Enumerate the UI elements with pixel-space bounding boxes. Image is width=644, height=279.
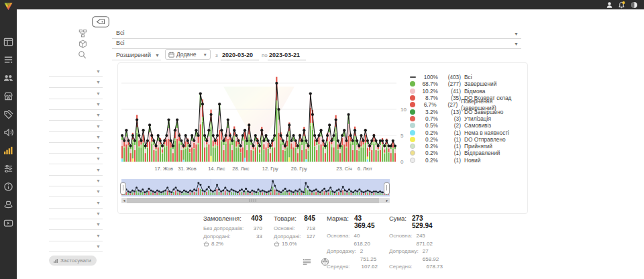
filter-row-11[interactable]: ▼ [49,176,103,186]
filter-row-3[interactable]: ▼ [49,89,103,99]
legend-item[interactable]: 10.2%(41)Відмова [410,88,524,95]
legend-item[interactable]: 0.2%(1)Відправлений [410,150,524,156]
date-from-label: з [215,52,218,58]
settings-sliders-icon[interactable] [3,164,13,174]
status-filter-value[interactable]: Всі [116,30,125,36]
legend-item[interactable]: 100%(403)Всі [410,74,524,80]
legend-percent: 0.2% [418,143,438,150]
filter-row-9[interactable]: ▼ [49,154,103,164]
filter-row-13[interactable]: ▼ [49,199,103,209]
legend-item[interactable]: 0.2%(1)Прийнятий [410,143,524,150]
info-icon[interactable] [3,182,13,192]
search-icon[interactable] [78,50,87,59]
legend-item[interactable]: 0.2%(1)DO Отправлено [410,136,524,143]
svg-text:12. Гру: 12. Гру [262,166,278,172]
filter-row-6[interactable]: ▼ [49,122,103,132]
chart-scrollbar[interactable]: ◂ ▸ [121,198,390,203]
chevron-down-icon: ▼ [96,168,101,172]
legend-percent: 0.2% [418,129,438,136]
brush-handle-right[interactable] [384,182,390,194]
list-details-icon[interactable] [303,258,311,266]
date-from-input[interactable]: 2020-03-20 [222,52,253,58]
sales-funnel-tag-icon[interactable] [92,16,109,27]
legend-percent: 0.7% [418,115,438,122]
date-to-input[interactable]: 2023-03-21 [269,52,300,58]
app-logo[interactable] [3,1,13,11]
filter-row-4[interactable]: ▼ [49,100,103,110]
legend-marker [410,81,415,87]
stat-sub-value: 678.73 [427,263,443,271]
legend-item[interactable]: 0.2%(1)Новий [410,157,524,164]
legend-count: (2) [441,122,461,129]
marketing-megaphone-icon[interactable] [3,127,13,137]
chevron-down-icon[interactable]: ▼ [514,32,519,36]
scroll-left-icon[interactable]: ◂ [121,198,127,203]
chevron-down-icon[interactable]: ▼ [514,42,519,46]
scrollbar-thumb[interactable] [127,198,379,203]
legend-percent: 0.5% [418,122,438,129]
scroll-right-icon[interactable]: ▸ [384,198,390,203]
legend-marker [410,76,416,78]
stat-title: Сума: [389,215,407,229]
customers-icon[interactable] [3,73,13,83]
chart-overview-brush[interactable] [121,179,390,200]
product-filter-value[interactable]: Всі [116,40,125,46]
filter-row-15[interactable]: ▼ [49,220,103,230]
filter-row-16[interactable]: ▼ [49,231,103,241]
brush-handle-left[interactable] [120,182,126,194]
date-from-underline [221,60,259,60]
legend-marker [410,123,415,128]
legend-item[interactable]: 0.5%(2)Самовивіз [410,122,524,129]
legend-marker [410,116,415,121]
search-mode-select[interactable]: Розширений [116,52,151,58]
legend-item[interactable]: 68.7%(277)Завершений [410,80,524,87]
chevron-down-icon: ▼ [96,178,101,183]
orders-chart[interactable]: 051017. Жов31. Жов14. Лис28. Лис12. Гру2… [118,63,407,178]
date-field-select[interactable]: Додане ▼ [165,49,211,60]
svg-text:26. Гру: 26. Гру [291,166,307,172]
analytics-icon[interactable] [3,146,13,156]
legend-percent: 0.2% [418,150,438,156]
basket-icon [203,241,209,247]
avatar[interactable] [631,1,638,9]
dashboard-icon[interactable] [3,37,13,47]
filter-row-14[interactable]: ▼ [49,209,103,219]
legend-marker [410,150,415,156]
bell-icon[interactable] [618,1,625,9]
legend-item[interactable]: 6.7%(27)Повернення (завершений) [410,101,524,108]
apply-filters-button[interactable]: Застосувати [49,256,97,266]
tags-icon[interactable] [3,109,13,119]
legend-label: Новий [464,157,480,164]
orders-list-icon[interactable] [3,55,13,65]
legend-count: (41) [441,88,461,95]
chevron-down-icon: ▼ [203,52,207,57]
globe-icon[interactable] [321,258,329,266]
legend-percent: 0.2% [418,157,438,164]
filter-row-5[interactable]: ▼ [49,111,103,121]
filter-row-1[interactable]: ▼ [49,67,103,77]
filter-row-7[interactable]: ▼ [49,133,103,143]
apply-filters-label: Застосувати [60,256,91,266]
stat-sub-value: 107.62 [362,263,378,271]
legend-label: Нема в наявності [464,129,509,136]
chart-legend: 100%(403)Всі68.7%(277)Завершений10.2%(41… [410,74,524,164]
filter-row-17[interactable]: ▼ [49,242,103,252]
legend-item[interactable]: 0.7%(3)Утилізація [410,115,524,122]
filter-row-12[interactable]: ▼ [49,187,103,197]
legend-label: Відправлений [464,150,500,156]
legend-count: (3) [441,115,461,122]
legend-label: Відмова [464,88,485,95]
legend-item[interactable]: 0.2%(1)Нема в наявності [410,129,524,135]
legend-marker [410,144,415,149]
user-icon[interactable] [606,1,613,9]
support-icon[interactable] [3,200,13,210]
bars-icon [53,258,58,264]
filter-row-8[interactable]: ▼ [49,144,103,154]
filter-row-10[interactable]: ▼ [49,166,103,176]
video-icon[interactable] [3,218,13,228]
legend-percent: 10.2% [418,88,438,95]
filter-row-2[interactable]: ▼ [49,78,103,88]
chevron-down-icon[interactable]: ▼ [155,53,160,58]
store-icon[interactable] [3,91,13,101]
legend-label: Утилізація [464,115,491,122]
